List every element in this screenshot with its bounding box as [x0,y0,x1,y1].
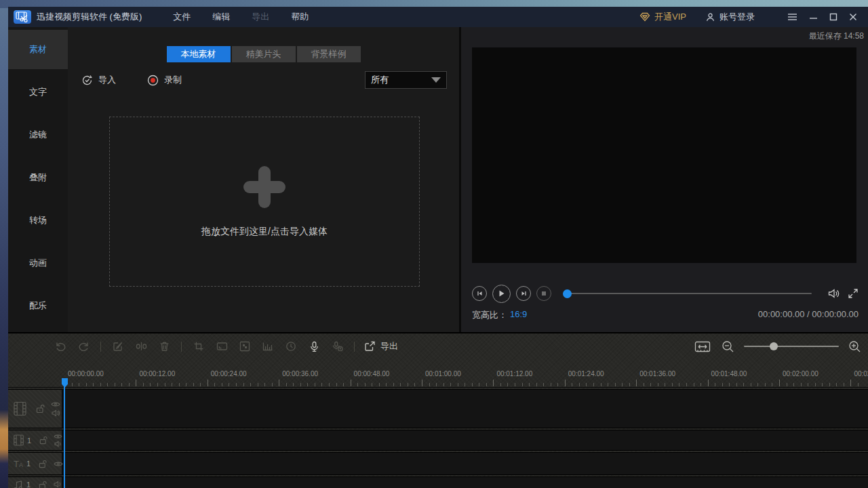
close-icon[interactable] [849,13,857,21]
minimize-icon[interactable] [809,13,818,21]
track-lane-video-main[interactable] [63,390,868,428]
menu-edit[interactable]: 编辑 [201,7,241,26]
prev-frame-button[interactable] [472,286,487,301]
timeline-ruler[interactable]: 00:00:00.0000:00:12.0000:00:24.0000:00:3… [8,369,868,388]
edit-icon[interactable] [111,339,125,354]
crop-icon[interactable] [191,339,206,354]
lock-icon[interactable] [36,404,45,413]
sidebar-item-animation[interactable]: 动画 [8,243,68,283]
voice-change-icon[interactable] [330,339,344,354]
sidebar-item-media[interactable]: 素材 [8,30,68,69]
ruler-tick [208,380,208,386]
delete-icon[interactable] [157,339,172,354]
ruler-tick [365,383,366,386]
ruler-tick [757,383,758,386]
tab-intro-templates[interactable]: 精美片头 [232,46,296,62]
zoom-in-icon[interactable] [848,340,861,353]
ruler-tick [357,383,358,386]
fit-timeline-icon[interactable] [694,341,711,352]
ruler-tick [543,383,544,386]
aspect-ratio-value[interactable]: 16:9 [510,309,527,321]
account-login-button[interactable]: 账号登录 [705,11,755,23]
speaker-icon[interactable] [54,441,62,447]
timeline-zoom-slider[interactable] [744,346,839,347]
speaker-icon[interactable] [54,481,62,488]
media-dropzone[interactable]: 拖放文件到这里/点击导入媒体 [109,117,420,287]
ruler-tick [665,383,665,386]
eye-icon[interactable] [54,461,63,467]
ruler-tick [329,383,330,386]
tab-background-samples[interactable]: 背景样例 [297,46,361,62]
ruler-tick [844,383,844,386]
ruler-tick [450,383,451,386]
track-lane-video-1[interactable] [63,430,868,450]
media-filter-dropdown[interactable]: 所有 [365,71,447,89]
seek-handle[interactable] [563,289,572,298]
sidebar-item-transition[interactable]: 转场 [8,201,68,240]
timeline-zoom-handle[interactable] [770,342,778,350]
ruler-tick [72,383,73,386]
split-icon[interactable] [134,339,149,354]
ruler-tick [672,383,673,386]
ruler-timecode: 00:00:36.00 [282,370,318,378]
ruler-tick [422,380,422,386]
ruler-tick [222,383,222,386]
ruler-tick [200,383,201,386]
play-button[interactable] [492,285,511,303]
track-index: 1 [26,481,31,488]
menu-help[interactable]: 帮助 [280,7,319,26]
track-lane-audio-1[interactable] [63,477,868,488]
ruler-timecode: 00:00:12.00 [139,370,175,378]
zoom-out-icon[interactable] [722,340,734,353]
speaker-icon[interactable] [52,409,60,417]
ruler-tick [836,383,837,386]
eye-icon[interactable] [51,401,60,407]
record-button[interactable]: 录制 [147,74,182,86]
redo-icon[interactable] [76,339,91,354]
tab-local-media[interactable]: 本地素材 [167,46,231,62]
ruler-timecode: 00:02:00.00 [783,370,818,378]
lock-icon[interactable] [39,481,47,488]
export-button[interactable]: 导出 [364,340,398,352]
ruler-tick [372,383,372,386]
menu-icon[interactable] [787,13,797,21]
ruler-timecode: 00:00:48.00 [354,370,390,378]
sidebar-item-overlay[interactable]: 叠附 [8,158,68,197]
aspect-ratio-label: 宽高比： [472,309,507,321]
ruler-tick [193,383,194,386]
ruler-tick [86,383,87,386]
duration-icon[interactable] [283,339,298,354]
canvas-icon[interactable] [214,339,229,354]
ruler-tick [743,383,744,386]
track-row: 1 [8,476,868,488]
menu-file[interactable]: 文件 [162,7,201,26]
microphone-icon[interactable] [307,339,321,354]
lock-icon[interactable] [39,460,47,468]
sidebar-item-music[interactable]: 配乐 [8,286,68,325]
seek-bar[interactable] [564,293,812,294]
maximize-icon[interactable] [829,13,837,21]
ruler-tick [400,383,401,386]
sidebar-item-text[interactable]: 文字 [8,73,68,112]
ruler-tick [765,383,766,386]
record-label: 录制 [164,74,182,86]
media-panel: 本地素材精美片头背景样例 导入 [68,27,461,332]
toolbar-separator [181,342,182,352]
mosaic-icon[interactable] [237,339,252,354]
ruler-tick [386,383,387,386]
track-lane-text-1[interactable] [63,453,868,474]
undo-icon[interactable] [53,339,68,354]
vip-button[interactable]: 开通VIP [639,11,686,23]
sidebar-item-filter[interactable]: 滤镜 [8,115,68,155]
next-frame-button[interactable] [516,286,531,301]
ruler-tick [414,383,415,386]
ruler-tick [157,383,158,386]
volume-icon[interactable] [828,288,841,300]
import-button[interactable]: 导入 [81,74,116,86]
track-header-text-1: TA 1 [8,453,63,474]
fullscreen-icon[interactable] [848,288,859,299]
audio-wave-icon[interactable] [260,339,275,354]
stop-button[interactable] [536,286,551,301]
lock-icon[interactable] [39,436,47,445]
eye-icon[interactable] [54,434,62,439]
